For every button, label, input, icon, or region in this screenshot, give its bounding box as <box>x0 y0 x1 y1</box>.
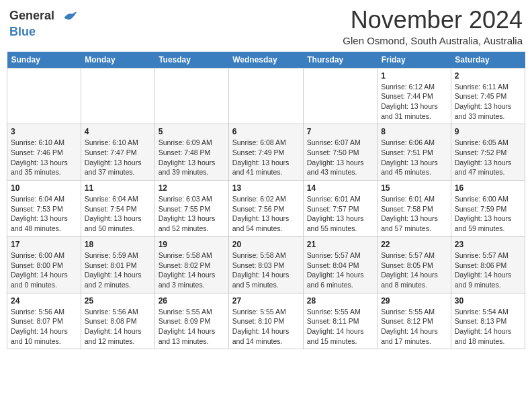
day-info: Sunrise: 5:55 AMSunset: 8:09 PMDaylight:… <box>159 307 225 347</box>
day-info: Sunrise: 5:57 AMSunset: 8:05 PMDaylight:… <box>381 250 447 290</box>
day-info: Sunrise: 6:00 AMSunset: 7:59 PMDaylight:… <box>455 194 521 234</box>
day-info: Sunrise: 6:01 AMSunset: 7:58 PMDaylight:… <box>381 194 447 234</box>
day-info: Sunrise: 5:54 AMSunset: 8:13 PMDaylight:… <box>455 307 521 347</box>
day-info: Sunrise: 6:02 AMSunset: 7:56 PMDaylight:… <box>232 194 300 234</box>
daylight-hours: Daylight: 13 hours and 48 minutes. <box>11 214 68 232</box>
daylight-hours: Daylight: 14 hours and 0 minutes. <box>11 271 68 289</box>
title-block: November 2024 Glen Osmond, South Austral… <box>343 7 523 46</box>
day-number: 17 <box>11 240 77 249</box>
day-number: 10 <box>11 183 77 193</box>
calendar-cell <box>228 68 303 124</box>
calendar-cell: 16Sunrise: 6:00 AMSunset: 7:59 PMDayligh… <box>451 181 525 237</box>
daylight-hours: Daylight: 14 hours and 2 minutes. <box>85 271 142 289</box>
calendar-week-row: 10Sunrise: 6:04 AMSunset: 7:53 PMDayligh… <box>7 181 525 237</box>
daylight-hours: Daylight: 13 hours and 35 minutes. <box>11 158 68 177</box>
day-info: Sunrise: 5:56 AMSunset: 8:08 PMDaylight:… <box>85 307 151 347</box>
day-number: 2 <box>455 71 521 81</box>
day-number: 7 <box>307 127 373 136</box>
day-info: Sunrise: 6:03 AMSunset: 7:55 PMDaylight:… <box>159 194 225 234</box>
daylight-hours: Daylight: 13 hours and 33 minutes. <box>455 102 512 120</box>
weekday-header-wednesday: Wednesday <box>228 52 303 68</box>
calendar-table: SundayMondayTuesdayWednesdayThursdayFrid… <box>7 52 525 350</box>
day-number: 26 <box>159 296 225 306</box>
daylight-hours: Daylight: 14 hours and 18 minutes. <box>455 327 512 345</box>
day-info: Sunrise: 6:05 AMSunset: 7:52 PMDaylight:… <box>455 138 521 177</box>
day-number: 6 <box>232 127 300 136</box>
daylight-hours: Daylight: 13 hours and 37 minutes. <box>85 158 142 177</box>
day-info: Sunrise: 5:55 AMSunset: 8:11 PMDaylight:… <box>307 307 373 347</box>
calendar-week-row: 17Sunrise: 6:00 AMSunset: 8:00 PMDayligh… <box>7 236 525 293</box>
day-info: Sunrise: 6:10 AMSunset: 7:47 PMDaylight:… <box>85 138 151 177</box>
calendar-cell: 13Sunrise: 6:02 AMSunset: 7:56 PMDayligh… <box>228 181 303 237</box>
day-info: Sunrise: 6:00 AMSunset: 8:00 PMDaylight:… <box>11 250 77 290</box>
day-number: 28 <box>307 296 373 306</box>
day-info: Sunrise: 6:07 AMSunset: 7:50 PMDaylight:… <box>307 138 373 177</box>
day-number: 1 <box>381 71 447 81</box>
weekday-header-thursday: Thursday <box>303 52 377 68</box>
daylight-hours: Daylight: 14 hours and 9 minutes. <box>455 271 512 289</box>
calendar-cell: 11Sunrise: 6:04 AMSunset: 7:54 PMDayligh… <box>81 181 154 237</box>
calendar-cell: 14Sunrise: 6:01 AMSunset: 7:57 PMDayligh… <box>303 181 377 237</box>
day-info: Sunrise: 5:58 AMSunset: 8:02 PMDaylight:… <box>159 250 225 290</box>
calendar-cell: 25Sunrise: 5:56 AMSunset: 8:08 PMDayligh… <box>81 293 154 349</box>
daylight-hours: Daylight: 14 hours and 14 minutes. <box>232 327 290 345</box>
daylight-hours: Daylight: 13 hours and 45 minutes. <box>381 158 438 177</box>
logo-bird-icon <box>59 7 78 26</box>
daylight-hours: Daylight: 13 hours and 43 minutes. <box>307 158 364 177</box>
page-header: General Blue November 2024 Glen Osmond, … <box>7 7 525 46</box>
day-number: 4 <box>85 127 151 136</box>
calendar-cell: 12Sunrise: 6:03 AMSunset: 7:55 PMDayligh… <box>154 181 228 237</box>
day-info: Sunrise: 6:04 AMSunset: 7:53 PMDaylight:… <box>11 194 77 234</box>
calendar-cell: 4Sunrise: 6:10 AMSunset: 7:47 PMDaylight… <box>81 124 154 181</box>
day-info: Sunrise: 5:57 AMSunset: 8:04 PMDaylight:… <box>307 250 373 290</box>
day-info: Sunrise: 6:04 AMSunset: 7:54 PMDaylight:… <box>85 194 151 234</box>
calendar-cell: 17Sunrise: 6:00 AMSunset: 8:00 PMDayligh… <box>7 236 81 293</box>
calendar-cell <box>81 68 154 124</box>
day-info: Sunrise: 5:59 AMSunset: 8:01 PMDaylight:… <box>85 250 151 290</box>
calendar-cell <box>303 68 377 124</box>
daylight-hours: Daylight: 14 hours and 15 minutes. <box>307 327 364 345</box>
calendar-cell: 29Sunrise: 5:55 AMSunset: 8:12 PMDayligh… <box>378 293 451 349</box>
calendar-cell: 3Sunrise: 6:10 AMSunset: 7:46 PMDaylight… <box>7 124 81 181</box>
daylight-hours: Daylight: 14 hours and 5 minutes. <box>232 271 290 289</box>
daylight-hours: Daylight: 14 hours and 10 minutes. <box>11 327 68 345</box>
day-info: Sunrise: 6:12 AMSunset: 7:44 PMDaylight:… <box>381 82 447 122</box>
day-info: Sunrise: 5:58 AMSunset: 8:03 PMDaylight:… <box>232 250 300 290</box>
day-number: 15 <box>381 183 447 193</box>
weekday-header-monday: Monday <box>81 52 154 68</box>
daylight-hours: Daylight: 13 hours and 39 minutes. <box>159 158 216 177</box>
daylight-hours: Daylight: 14 hours and 13 minutes. <box>159 327 216 345</box>
logo-general: General <box>9 9 54 22</box>
daylight-hours: Daylight: 13 hours and 31 minutes. <box>381 102 438 120</box>
calendar-cell: 27Sunrise: 5:55 AMSunset: 8:10 PMDayligh… <box>228 293 303 349</box>
weekday-header-row: SundayMondayTuesdayWednesdayThursdayFrid… <box>7 52 525 68</box>
logo-blue: Blue <box>9 26 78 39</box>
weekday-header-sunday: Sunday <box>7 52 81 68</box>
location-subtitle: Glen Osmond, South Australia, Australia <box>343 35 523 46</box>
daylight-hours: Daylight: 13 hours and 50 minutes. <box>85 214 142 232</box>
daylight-hours: Daylight: 13 hours and 55 minutes. <box>307 214 364 232</box>
calendar-cell: 28Sunrise: 5:55 AMSunset: 8:11 PMDayligh… <box>303 293 377 349</box>
daylight-hours: Daylight: 13 hours and 47 minutes. <box>455 158 512 177</box>
calendar-cell: 30Sunrise: 5:54 AMSunset: 8:13 PMDayligh… <box>451 293 525 349</box>
calendar-cell: 24Sunrise: 5:56 AMSunset: 8:07 PMDayligh… <box>7 293 81 349</box>
daylight-hours: Daylight: 13 hours and 41 minutes. <box>232 158 290 177</box>
day-info: Sunrise: 6:10 AMSunset: 7:46 PMDaylight:… <box>11 138 77 177</box>
calendar-cell: 7Sunrise: 6:07 AMSunset: 7:50 PMDaylight… <box>303 124 377 181</box>
daylight-hours: Daylight: 13 hours and 59 minutes. <box>455 214 512 232</box>
calendar-cell: 2Sunrise: 6:11 AMSunset: 7:45 PMDaylight… <box>451 68 525 124</box>
calendar-cell: 1Sunrise: 6:12 AMSunset: 7:44 PMDaylight… <box>378 68 451 124</box>
month-title: November 2024 <box>343 7 523 34</box>
day-number: 19 <box>159 240 225 249</box>
day-info: Sunrise: 6:08 AMSunset: 7:49 PMDaylight:… <box>232 138 300 177</box>
calendar-cell: 15Sunrise: 6:01 AMSunset: 7:58 PMDayligh… <box>378 181 451 237</box>
day-info: Sunrise: 5:55 AMSunset: 8:10 PMDaylight:… <box>232 307 300 347</box>
daylight-hours: Daylight: 14 hours and 12 minutes. <box>85 327 142 345</box>
calendar-cell: 9Sunrise: 6:05 AMSunset: 7:52 PMDaylight… <box>451 124 525 181</box>
calendar-week-row: 24Sunrise: 5:56 AMSunset: 8:07 PMDayligh… <box>7 293 525 349</box>
calendar-cell: 8Sunrise: 6:06 AMSunset: 7:51 PMDaylight… <box>378 124 451 181</box>
day-number: 18 <box>85 240 151 249</box>
day-number: 5 <box>159 127 225 136</box>
daylight-hours: Daylight: 14 hours and 3 minutes. <box>159 271 216 289</box>
calendar-cell: 5Sunrise: 6:09 AMSunset: 7:48 PMDaylight… <box>154 124 228 181</box>
